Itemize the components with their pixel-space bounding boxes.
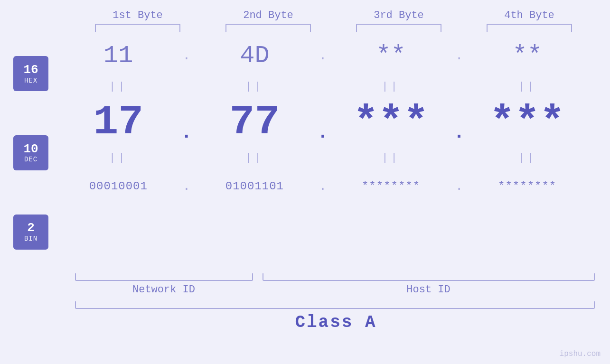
- id-labels-row: Network ID Host ID: [75, 284, 597, 296]
- class-bracket-area: Class A: [75, 301, 597, 332]
- class-label: Class A: [75, 313, 597, 332]
- network-id-label: Network ID: [75, 284, 253, 296]
- dec-byte4: ***: [475, 99, 580, 146]
- dec-dot3: .: [452, 122, 466, 148]
- top-brackets: [73, 24, 595, 32]
- hex-badge-number: 16: [23, 63, 38, 77]
- equals-row1: || || || ||: [62, 77, 584, 96]
- hex-byte1: 11: [66, 42, 170, 70]
- bin-dot1: .: [179, 179, 194, 194]
- eq1-byte1: ||: [66, 81, 170, 93]
- badges-column: 16 HEX 10 DEC 2 BIN: [0, 34, 62, 271]
- bracket-byte2: [225, 24, 311, 32]
- bottom-brackets-area: [75, 273, 597, 281]
- dec-badge-number: 10: [23, 142, 38, 156]
- page-container: 1st Byte 2nd Byte 3rd Byte 4th Byte 16 H…: [0, 0, 610, 364]
- equals-row2: || || || ||: [62, 148, 584, 167]
- bin-badge: 2 BIN: [13, 215, 48, 250]
- bracket-byte1: [95, 24, 180, 32]
- class-full-bracket: [75, 301, 595, 309]
- eq1-byte3: ||: [339, 81, 443, 93]
- host-bracket: [263, 273, 595, 281]
- bin-byte4: ********: [475, 180, 580, 193]
- hex-dot3: .: [452, 48, 466, 63]
- byte1-header: 1st Byte: [85, 9, 190, 21]
- dec-byte1: 17: [66, 99, 170, 146]
- byte-headers-row: 1st Byte 2nd Byte 3rd Byte 4th Byte: [73, 9, 595, 21]
- bin-badge-number: 2: [27, 221, 35, 235]
- bin-badge-label: BIN: [24, 235, 38, 243]
- dec-data-row: 17 . 77 . *** . ***: [62, 96, 584, 148]
- eq1-byte4: ||: [475, 81, 580, 93]
- dec-dot2: .: [316, 122, 330, 148]
- dec-dot1: .: [179, 122, 194, 148]
- watermark: ipshu.com: [560, 350, 601, 358]
- hex-badge: 16 HEX: [13, 56, 48, 91]
- net-bracket: [75, 273, 253, 281]
- bracket-byte4: [487, 24, 572, 32]
- eq2-byte4: ||: [475, 152, 580, 164]
- eq1-byte2: ||: [202, 81, 307, 93]
- hex-dot1: .: [179, 48, 194, 63]
- bin-dot2: .: [316, 179, 330, 194]
- hex-byte4: **: [475, 42, 580, 70]
- byte2-header: 2nd Byte: [216, 9, 320, 21]
- hex-byte2: 4D: [202, 42, 307, 70]
- hex-data-row: 11 . 4D . ** . **: [62, 34, 584, 77]
- eq2-byte2: ||: [202, 152, 307, 164]
- byte3-header: 3rd Byte: [347, 9, 451, 21]
- bin-data-row: 00010001 . 01001101 . ******** . *******…: [62, 167, 584, 205]
- byte4-header: 4th Byte: [477, 9, 582, 21]
- hex-dot2: .: [316, 48, 330, 63]
- eq2-byte1: ||: [66, 152, 170, 164]
- bin-byte2: 01001101: [202, 180, 307, 193]
- bin-byte1: 00010001: [66, 180, 170, 193]
- hex-byte3: **: [339, 42, 443, 70]
- eq2-byte3: ||: [339, 152, 443, 164]
- host-id-label: Host ID: [263, 284, 595, 296]
- bin-byte3: ********: [339, 180, 443, 193]
- bin-dot3: .: [452, 179, 466, 194]
- bracket-byte3: [356, 24, 441, 32]
- dec-byte2: 77: [202, 99, 307, 146]
- dec-badge: 10 DEC: [13, 135, 48, 170]
- hex-badge-label: HEX: [24, 77, 38, 84]
- dec-byte3: ***: [339, 99, 443, 146]
- dec-badge-label: DEC: [24, 156, 38, 163]
